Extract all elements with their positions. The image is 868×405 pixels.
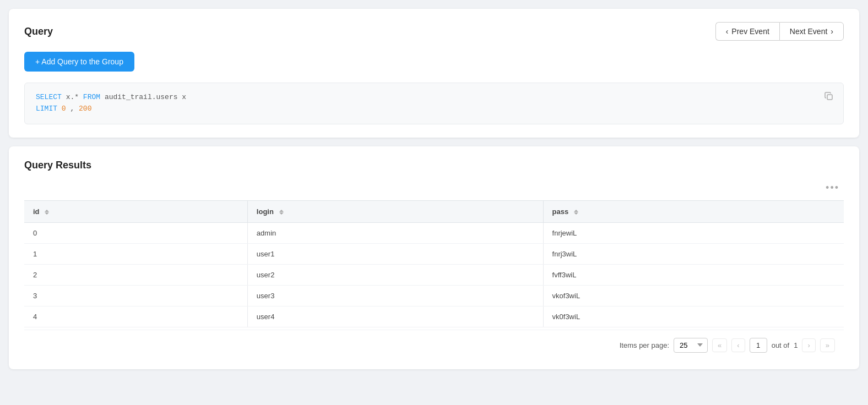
cell-pass: fnrj3wiL <box>543 243 844 264</box>
cell-pass: fvff3wiL <box>543 264 844 285</box>
chevron-right-icon: › <box>831 27 833 36</box>
table-row: 1user1fnrj3wiL <box>24 243 844 264</box>
event-nav-buttons: ‹ Prev Event Next Event › <box>715 22 844 41</box>
prev-page-button[interactable]: ‹ <box>731 338 745 352</box>
code-line-2: LIMIT 0 , 200 <box>36 103 832 115</box>
cell-id: 1 <box>24 243 247 264</box>
cell-login: user2 <box>247 264 543 285</box>
query-card: Query ‹ Prev Event Next Event › + Add Qu… <box>9 9 859 138</box>
sort-icon-id <box>45 210 49 215</box>
query-title: Query <box>24 26 53 37</box>
cell-pass: fnrjewiL <box>543 222 844 243</box>
sort-icon-login <box>279 210 284 215</box>
current-page-indicator: 1 <box>750 338 767 353</box>
svg-rect-0 <box>827 95 832 100</box>
cell-id: 3 <box>24 285 247 306</box>
more-options-button[interactable]: ••• <box>821 180 844 196</box>
results-title: Query Results <box>24 160 844 171</box>
first-page-button[interactable]: « <box>712 338 727 352</box>
more-options-area: ••• <box>24 180 844 196</box>
column-header-id[interactable]: id <box>24 200 247 222</box>
table-row: 0adminfnrjewiL <box>24 222 844 243</box>
cell-id: 2 <box>24 264 247 285</box>
add-query-button[interactable]: + Add Query to the Group <box>24 52 134 72</box>
cell-login: user1 <box>247 243 543 264</box>
last-page-button[interactable]: » <box>820 338 835 352</box>
table-row: 4user4vk0f3wiL <box>24 306 844 327</box>
column-header-login[interactable]: login <box>247 200 543 222</box>
next-page-button[interactable]: › <box>802 338 815 352</box>
cell-pass: vkof3wiL <box>543 285 844 306</box>
out-of-label: out of <box>772 341 790 349</box>
results-table: id login pass <box>24 200 844 327</box>
next-event-button[interactable]: Next Event › <box>779 22 844 41</box>
table-row: 3user3vkof3wiL <box>24 285 844 306</box>
items-per-page-label: Items per page: <box>620 341 669 349</box>
query-card-header: Query ‹ Prev Event Next Event › <box>24 22 844 41</box>
cell-id: 4 <box>24 306 247 327</box>
table-row: 2user2fvff3wiL <box>24 264 844 285</box>
table-header: id login pass <box>24 200 844 222</box>
query-code-block: SELECT x.* FROM audit_trail.users x LIMI… <box>24 83 844 124</box>
total-pages-label: 1 <box>794 341 798 349</box>
table-body: 0adminfnrjewiL1user1fnrj3wiL2user2fvff3w… <box>24 222 844 327</box>
prev-event-button[interactable]: ‹ Prev Event <box>715 22 779 41</box>
cell-login: admin <box>247 222 543 243</box>
per-page-select[interactable]: 25 50 100 <box>674 338 708 353</box>
column-header-pass[interactable]: pass <box>543 200 844 222</box>
table-header-row: id login pass <box>24 200 844 222</box>
cell-id: 0 <box>24 222 247 243</box>
chevron-left-icon: ‹ <box>726 27 729 36</box>
pagination-bar: Items per page: 25 50 100 « ‹ 1 out of 1… <box>24 330 844 356</box>
cell-login: user3 <box>247 285 543 306</box>
results-card: Query Results ••• id login <box>9 146 859 369</box>
copy-code-button[interactable] <box>822 90 836 105</box>
cell-pass: vk0f3wiL <box>543 306 844 327</box>
sort-icon-pass <box>574 210 578 215</box>
code-line-1: SELECT x.* FROM audit_trail.users x <box>36 92 832 103</box>
cell-login: user4 <box>247 306 543 327</box>
